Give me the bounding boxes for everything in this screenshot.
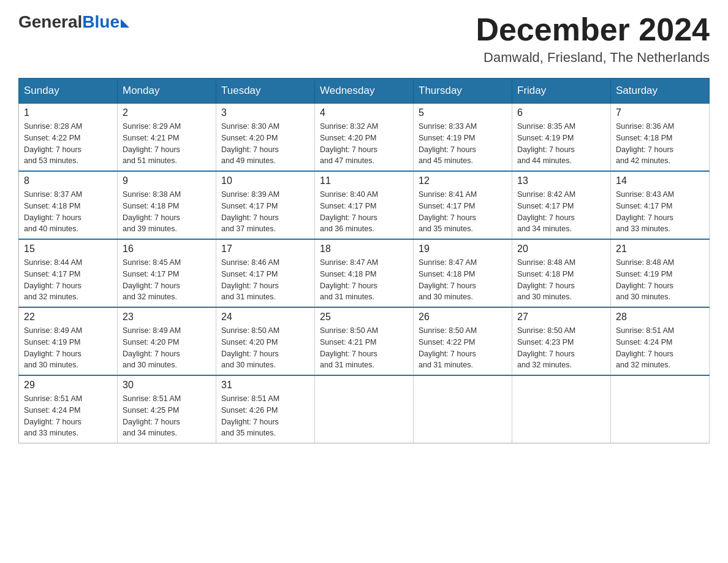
day-cell: 17Sunrise: 8:46 AMSunset: 4:17 PMDayligh… xyxy=(216,239,315,307)
day-info: Sunrise: 8:36 AMSunset: 4:18 PMDaylight:… xyxy=(616,121,704,167)
day-number: 25 xyxy=(320,312,408,323)
week-row-5: 29Sunrise: 8:51 AMSunset: 4:24 PMDayligh… xyxy=(19,375,710,443)
day-info: Sunrise: 8:28 AMSunset: 4:22 PMDaylight:… xyxy=(24,121,112,167)
day-cell: 19Sunrise: 8:47 AMSunset: 4:18 PMDayligh… xyxy=(414,239,512,307)
day-cell: 15Sunrise: 8:44 AMSunset: 4:17 PMDayligh… xyxy=(19,239,118,307)
day-info: Sunrise: 8:32 AMSunset: 4:20 PMDaylight:… xyxy=(320,121,408,167)
day-number: 31 xyxy=(221,380,309,391)
day-number: 3 xyxy=(221,107,309,118)
day-number: 23 xyxy=(123,312,211,323)
day-info: Sunrise: 8:48 AMSunset: 4:19 PMDaylight:… xyxy=(616,257,704,303)
day-cell: 7Sunrise: 8:36 AMSunset: 4:18 PMDaylight… xyxy=(611,104,710,172)
day-cell: 4Sunrise: 8:32 AMSunset: 4:20 PMDaylight… xyxy=(315,104,414,172)
day-info: Sunrise: 8:39 AMSunset: 4:17 PMDaylight:… xyxy=(221,189,309,235)
day-number: 19 xyxy=(419,243,507,255)
day-info: Sunrise: 8:30 AMSunset: 4:20 PMDaylight:… xyxy=(221,121,309,167)
day-info: Sunrise: 8:43 AMSunset: 4:17 PMDaylight:… xyxy=(616,189,704,235)
day-number: 28 xyxy=(616,312,704,323)
day-info: Sunrise: 8:35 AMSunset: 4:19 PMDaylight:… xyxy=(517,121,605,167)
day-cell: 29Sunrise: 8:51 AMSunset: 4:24 PMDayligh… xyxy=(19,375,118,443)
day-info: Sunrise: 8:40 AMSunset: 4:17 PMDaylight:… xyxy=(320,189,408,235)
day-number: 24 xyxy=(221,312,309,323)
day-number: 4 xyxy=(320,107,408,118)
header-row: SundayMondayTuesdayWednesdayThursdayFrid… xyxy=(19,79,710,104)
day-info: Sunrise: 8:37 AMSunset: 4:18 PMDaylight:… xyxy=(24,189,112,235)
day-info: Sunrise: 8:44 AMSunset: 4:17 PMDaylight:… xyxy=(24,257,112,303)
day-info: Sunrise: 8:46 AMSunset: 4:17 PMDaylight:… xyxy=(221,257,309,303)
day-number: 11 xyxy=(320,175,408,186)
header-wednesday: Wednesday xyxy=(315,79,414,104)
day-cell: 22Sunrise: 8:49 AMSunset: 4:19 PMDayligh… xyxy=(19,307,118,375)
day-info: Sunrise: 8:51 AMSunset: 4:26 PMDaylight:… xyxy=(221,393,309,439)
day-cell: 12Sunrise: 8:41 AMSunset: 4:17 PMDayligh… xyxy=(414,171,512,239)
day-number: 26 xyxy=(419,312,507,323)
day-number: 14 xyxy=(616,175,704,186)
day-info: Sunrise: 8:47 AMSunset: 4:18 PMDaylight:… xyxy=(419,257,507,303)
day-cell: 23Sunrise: 8:49 AMSunset: 4:20 PMDayligh… xyxy=(118,307,216,375)
logo-text: General Blue xyxy=(18,12,129,32)
day-number: 6 xyxy=(517,107,605,118)
day-info: Sunrise: 8:47 AMSunset: 4:18 PMDaylight:… xyxy=(320,257,408,303)
day-number: 22 xyxy=(24,312,112,323)
day-cell: 3Sunrise: 8:30 AMSunset: 4:20 PMDaylight… xyxy=(216,104,315,172)
day-info: Sunrise: 8:33 AMSunset: 4:19 PMDaylight:… xyxy=(419,121,507,167)
day-info: Sunrise: 8:42 AMSunset: 4:17 PMDaylight:… xyxy=(517,189,605,235)
day-cell: 24Sunrise: 8:50 AMSunset: 4:20 PMDayligh… xyxy=(216,307,315,375)
day-number: 20 xyxy=(517,243,605,255)
header-monday: Monday xyxy=(118,79,216,104)
day-info: Sunrise: 8:49 AMSunset: 4:19 PMDaylight:… xyxy=(24,325,112,371)
day-cell: 9Sunrise: 8:38 AMSunset: 4:18 PMDaylight… xyxy=(118,171,216,239)
location-subtitle: Damwald, Friesland, The Netherlands xyxy=(476,50,710,66)
day-number: 27 xyxy=(517,312,605,323)
day-cell xyxy=(414,375,512,443)
day-info: Sunrise: 8:41 AMSunset: 4:17 PMDaylight:… xyxy=(419,189,507,235)
day-info: Sunrise: 8:51 AMSunset: 4:25 PMDaylight:… xyxy=(123,393,211,439)
day-number: 5 xyxy=(419,107,507,118)
day-cell: 6Sunrise: 8:35 AMSunset: 4:19 PMDaylight… xyxy=(512,104,611,172)
day-number: 15 xyxy=(24,243,112,255)
day-number: 7 xyxy=(616,107,704,118)
day-cell xyxy=(611,375,710,443)
day-number: 13 xyxy=(517,175,605,186)
day-info: Sunrise: 8:50 AMSunset: 4:22 PMDaylight:… xyxy=(419,325,507,371)
day-info: Sunrise: 8:51 AMSunset: 4:24 PMDaylight:… xyxy=(24,393,112,439)
month-year-title: December 2024 xyxy=(476,12,710,47)
week-row-1: 1Sunrise: 8:28 AMSunset: 4:22 PMDaylight… xyxy=(19,104,710,172)
day-number: 30 xyxy=(123,380,211,391)
day-cell: 28Sunrise: 8:51 AMSunset: 4:24 PMDayligh… xyxy=(611,307,710,375)
day-info: Sunrise: 8:50 AMSunset: 4:23 PMDaylight:… xyxy=(517,325,605,371)
day-cell: 8Sunrise: 8:37 AMSunset: 4:18 PMDaylight… xyxy=(19,171,118,239)
day-cell: 16Sunrise: 8:45 AMSunset: 4:17 PMDayligh… xyxy=(118,239,216,307)
day-cell: 14Sunrise: 8:43 AMSunset: 4:17 PMDayligh… xyxy=(611,171,710,239)
day-cell: 21Sunrise: 8:48 AMSunset: 4:19 PMDayligh… xyxy=(611,239,710,307)
day-cell: 30Sunrise: 8:51 AMSunset: 4:25 PMDayligh… xyxy=(118,375,216,443)
day-cell: 20Sunrise: 8:48 AMSunset: 4:18 PMDayligh… xyxy=(512,239,611,307)
logo: General Blue xyxy=(18,12,129,32)
day-cell: 2Sunrise: 8:29 AMSunset: 4:21 PMDaylight… xyxy=(118,104,216,172)
day-info: Sunrise: 8:49 AMSunset: 4:20 PMDaylight:… xyxy=(123,325,211,371)
logo-blue-part: Blue xyxy=(82,12,129,32)
header-tuesday: Tuesday xyxy=(216,79,315,104)
day-number: 29 xyxy=(24,380,112,391)
day-number: 8 xyxy=(24,175,112,186)
day-cell: 27Sunrise: 8:50 AMSunset: 4:23 PMDayligh… xyxy=(512,307,611,375)
day-number: 17 xyxy=(221,243,309,255)
day-info: Sunrise: 8:50 AMSunset: 4:20 PMDaylight:… xyxy=(221,325,309,371)
day-info: Sunrise: 8:50 AMSunset: 4:21 PMDaylight:… xyxy=(320,325,408,371)
day-cell: 25Sunrise: 8:50 AMSunset: 4:21 PMDayligh… xyxy=(315,307,414,375)
day-cell xyxy=(512,375,611,443)
day-cell: 13Sunrise: 8:42 AMSunset: 4:17 PMDayligh… xyxy=(512,171,611,239)
header-thursday: Thursday xyxy=(414,79,512,104)
day-info: Sunrise: 8:29 AMSunset: 4:21 PMDaylight:… xyxy=(123,121,211,167)
logo-blue-text: Blue xyxy=(82,12,119,32)
day-cell: 10Sunrise: 8:39 AMSunset: 4:17 PMDayligh… xyxy=(216,171,315,239)
week-row-2: 8Sunrise: 8:37 AMSunset: 4:18 PMDaylight… xyxy=(19,171,710,239)
day-number: 16 xyxy=(123,243,211,255)
day-info: Sunrise: 8:48 AMSunset: 4:18 PMDaylight:… xyxy=(517,257,605,303)
day-info: Sunrise: 8:45 AMSunset: 4:17 PMDaylight:… xyxy=(123,257,211,303)
day-cell xyxy=(315,375,414,443)
calendar-table: SundayMondayTuesdayWednesdayThursdayFrid… xyxy=(18,78,710,443)
week-row-3: 15Sunrise: 8:44 AMSunset: 4:17 PMDayligh… xyxy=(19,239,710,307)
day-info: Sunrise: 8:38 AMSunset: 4:18 PMDaylight:… xyxy=(123,189,211,235)
day-number: 2 xyxy=(123,107,211,118)
